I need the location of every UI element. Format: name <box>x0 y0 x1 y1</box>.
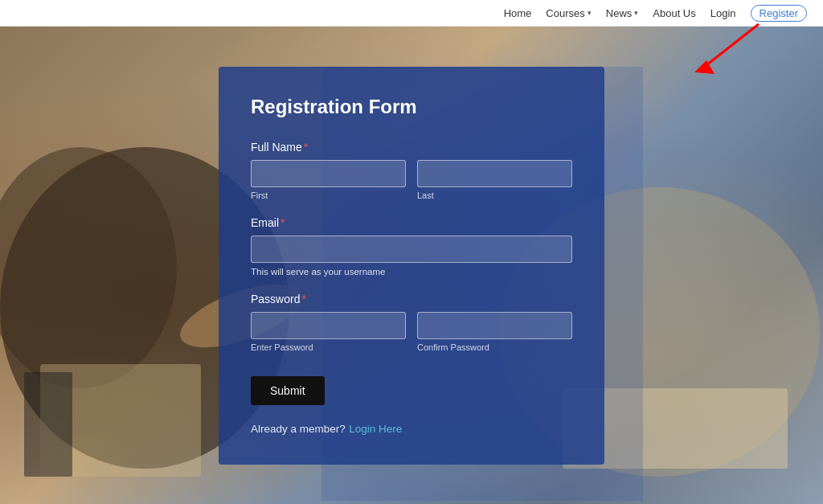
last-name-input[interactable] <box>417 160 572 187</box>
nav-courses[interactable]: Courses ▾ <box>546 7 591 19</box>
nav-news[interactable]: News ▾ <box>606 7 639 19</box>
nav-home[interactable]: Home <box>504 7 532 19</box>
required-star-email: * <box>280 216 285 229</box>
navbar: Home Courses ▾ News ▾ About Us Login Reg… <box>0 0 823 27</box>
last-sublabel: Last <box>417 191 572 200</box>
nav-login[interactable]: Login <box>710 7 736 19</box>
enter-password-sublabel: Enter Password <box>251 342 406 352</box>
name-row: First Last <box>251 160 572 200</box>
password-group: Password* Enter Password Confirm Passwor… <box>251 293 572 352</box>
full-name-group: Full Name* First Last <box>251 141 572 200</box>
main-content: Registration Form Full Name* First Last … <box>0 27 823 504</box>
already-member-text: Already a member? <box>251 423 346 435</box>
submit-button[interactable]: Submit <box>251 376 325 405</box>
login-link-row: Already a member? Login Here <box>251 421 572 436</box>
login-here-link[interactable]: Login Here <box>349 423 402 435</box>
last-name-col: Last <box>417 160 572 200</box>
news-chevron-icon: ▾ <box>634 9 638 17</box>
email-group: Email* This will serve as your username <box>251 216 572 277</box>
nav-about[interactable]: About Us <box>653 7 695 19</box>
email-input[interactable] <box>251 236 572 263</box>
first-name-col: First <box>251 160 406 200</box>
first-sublabel: First <box>251 191 406 200</box>
first-name-input[interactable] <box>251 160 406 187</box>
enter-password-col: Enter Password <box>251 312 406 352</box>
full-name-label: Full Name* <box>251 141 572 154</box>
confirm-password-sublabel: Confirm Password <box>417 342 572 352</box>
nav-register[interactable]: Register <box>751 5 807 22</box>
required-star-name: * <box>304 141 308 154</box>
registration-form: Registration Form Full Name* First Last … <box>219 67 604 465</box>
password-row: Enter Password Confirm Password <box>251 312 572 352</box>
password-label: Password* <box>251 293 572 305</box>
password-input[interactable] <box>251 312 406 339</box>
courses-chevron-icon: ▾ <box>588 9 592 17</box>
required-star-pass: * <box>301 293 305 305</box>
email-label: Email* <box>251 216 572 229</box>
confirm-password-input[interactable] <box>417 312 572 339</box>
email-hint: This will serve as your username <box>251 267 572 277</box>
confirm-password-col: Confirm Password <box>417 312 572 352</box>
form-title: Registration Form <box>251 96 572 118</box>
